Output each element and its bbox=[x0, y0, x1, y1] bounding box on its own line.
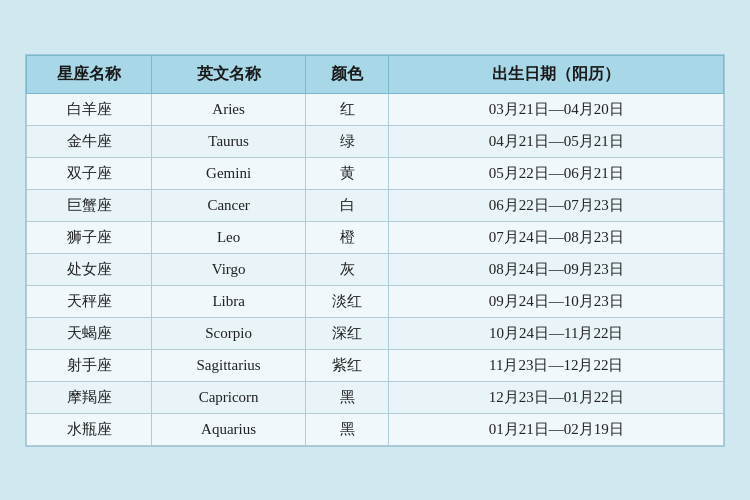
table-row: 摩羯座Capricorn黑12月23日—01月22日 bbox=[27, 381, 724, 413]
table-row: 金牛座Taurus绿04月21日—05月21日 bbox=[27, 125, 724, 157]
cell-chinese: 天蝎座 bbox=[27, 317, 152, 349]
cell-chinese: 白羊座 bbox=[27, 93, 152, 125]
cell-chinese: 巨蟹座 bbox=[27, 189, 152, 221]
cell-english: Libra bbox=[152, 285, 305, 317]
cell-color: 灰 bbox=[305, 253, 389, 285]
zodiac-table-wrapper: 星座名称 英文名称 颜色 出生日期（阳历） 白羊座Aries红03月21日—04… bbox=[25, 54, 725, 447]
cell-english: Leo bbox=[152, 221, 305, 253]
zodiac-table: 星座名称 英文名称 颜色 出生日期（阳历） 白羊座Aries红03月21日—04… bbox=[26, 55, 724, 446]
cell-date: 11月23日—12月22日 bbox=[389, 349, 724, 381]
cell-chinese: 双子座 bbox=[27, 157, 152, 189]
cell-english: Sagittarius bbox=[152, 349, 305, 381]
table-header-row: 星座名称 英文名称 颜色 出生日期（阳历） bbox=[27, 55, 724, 93]
cell-chinese: 金牛座 bbox=[27, 125, 152, 157]
cell-english: Virgo bbox=[152, 253, 305, 285]
table-row: 射手座Sagittarius紫红11月23日—12月22日 bbox=[27, 349, 724, 381]
cell-english: Scorpio bbox=[152, 317, 305, 349]
cell-english: Cancer bbox=[152, 189, 305, 221]
cell-date: 01月21日—02月19日 bbox=[389, 413, 724, 445]
cell-date: 06月22日—07月23日 bbox=[389, 189, 724, 221]
cell-date: 04月21日—05月21日 bbox=[389, 125, 724, 157]
table-row: 狮子座Leo橙07月24日—08月23日 bbox=[27, 221, 724, 253]
cell-color: 橙 bbox=[305, 221, 389, 253]
header-chinese: 星座名称 bbox=[27, 55, 152, 93]
cell-color: 淡红 bbox=[305, 285, 389, 317]
cell-color: 红 bbox=[305, 93, 389, 125]
cell-chinese: 狮子座 bbox=[27, 221, 152, 253]
cell-english: Capricorn bbox=[152, 381, 305, 413]
cell-color: 紫红 bbox=[305, 349, 389, 381]
cell-color: 绿 bbox=[305, 125, 389, 157]
header-date: 出生日期（阳历） bbox=[389, 55, 724, 93]
cell-date: 05月22日—06月21日 bbox=[389, 157, 724, 189]
cell-english: Taurus bbox=[152, 125, 305, 157]
cell-date: 03月21日—04月20日 bbox=[389, 93, 724, 125]
cell-chinese: 摩羯座 bbox=[27, 381, 152, 413]
cell-chinese: 天秤座 bbox=[27, 285, 152, 317]
cell-color: 深红 bbox=[305, 317, 389, 349]
cell-color: 黄 bbox=[305, 157, 389, 189]
cell-date: 10月24日—11月22日 bbox=[389, 317, 724, 349]
table-row: 水瓶座Aquarius黑01月21日—02月19日 bbox=[27, 413, 724, 445]
cell-date: 09月24日—10月23日 bbox=[389, 285, 724, 317]
cell-english: Gemini bbox=[152, 157, 305, 189]
cell-english: Aries bbox=[152, 93, 305, 125]
header-english: 英文名称 bbox=[152, 55, 305, 93]
table-body: 白羊座Aries红03月21日—04月20日金牛座Taurus绿04月21日—0… bbox=[27, 93, 724, 445]
header-color: 颜色 bbox=[305, 55, 389, 93]
cell-chinese: 水瓶座 bbox=[27, 413, 152, 445]
table-row: 处女座Virgo灰08月24日—09月23日 bbox=[27, 253, 724, 285]
cell-date: 07月24日—08月23日 bbox=[389, 221, 724, 253]
cell-date: 08月24日—09月23日 bbox=[389, 253, 724, 285]
table-row: 天蝎座Scorpio深红10月24日—11月22日 bbox=[27, 317, 724, 349]
cell-chinese: 射手座 bbox=[27, 349, 152, 381]
table-row: 巨蟹座Cancer白06月22日—07月23日 bbox=[27, 189, 724, 221]
table-row: 天秤座Libra淡红09月24日—10月23日 bbox=[27, 285, 724, 317]
table-row: 双子座Gemini黄05月22日—06月21日 bbox=[27, 157, 724, 189]
cell-english: Aquarius bbox=[152, 413, 305, 445]
cell-color: 黑 bbox=[305, 413, 389, 445]
table-row: 白羊座Aries红03月21日—04月20日 bbox=[27, 93, 724, 125]
cell-chinese: 处女座 bbox=[27, 253, 152, 285]
cell-color: 黑 bbox=[305, 381, 389, 413]
cell-date: 12月23日—01月22日 bbox=[389, 381, 724, 413]
cell-color: 白 bbox=[305, 189, 389, 221]
